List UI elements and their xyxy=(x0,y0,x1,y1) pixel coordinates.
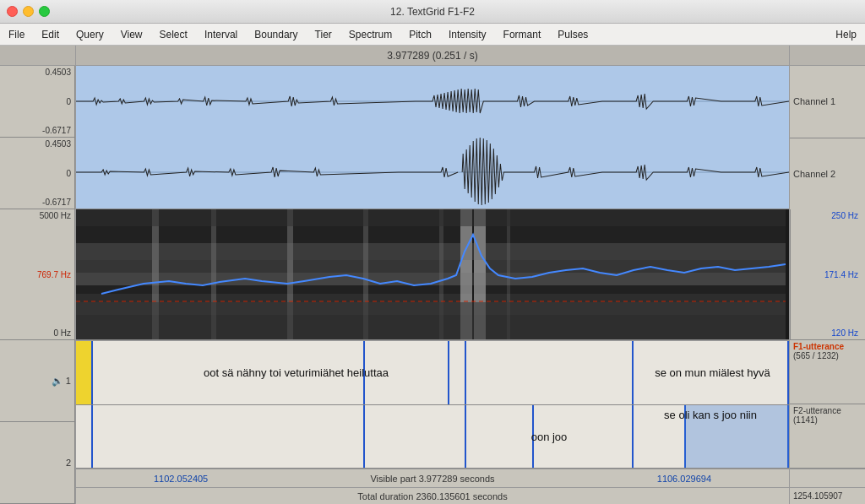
tier1-boundary-start[interactable] xyxy=(91,341,93,404)
corner-bottom-right: 1254.105907 xyxy=(790,487,865,504)
tier1-name-label: F1-utterance xyxy=(793,342,844,351)
tier1-boundary-end[interactable] xyxy=(787,341,789,404)
left-spectrogram-axis: 5000 Hz 769.7 Hz 0 Hz xyxy=(0,209,75,340)
ch2-bot-label: -0.6717 xyxy=(42,198,71,207)
total-duration-text: Total duration 2360.135601 seconds xyxy=(357,491,507,501)
right-tiers-labels: F1-utterance (565 / 1232) F2-utterance (… xyxy=(790,340,865,469)
pitch-top-label: 250 Hz xyxy=(794,211,862,220)
channel2-waveform[interactable] xyxy=(76,137,789,209)
menu-formant[interactable]: Formant xyxy=(495,24,550,45)
ch2-axis: 0.4503 0 -0.6717 xyxy=(0,138,74,209)
tier2-boundary-4[interactable] xyxy=(632,405,634,469)
menu-select[interactable]: Select xyxy=(151,24,196,45)
ch1-bot-label: -0.6717 xyxy=(42,126,71,135)
main-content: 0.4503 0 -0.6717 0.4503 0 -0.6717 5000 H… xyxy=(0,46,865,504)
status-right-time: 1106.029694 xyxy=(657,474,711,484)
menu-boundary[interactable]: Boundary xyxy=(246,24,306,45)
tier1-text2: se on mun miälest hyvä xyxy=(638,366,787,379)
status-left-time: 1102.052405 xyxy=(154,474,208,484)
left-tier1-section: 🔈 1 xyxy=(0,340,74,422)
window-controls xyxy=(7,6,50,17)
tier1-right-label: F1-utterance (565 / 1232) xyxy=(790,340,865,404)
menu-help[interactable]: Help xyxy=(827,24,865,45)
tier2-boundary-3[interactable] xyxy=(532,405,534,469)
tier1-boundary-mid1[interactable] xyxy=(363,341,365,404)
right-statusbar xyxy=(790,469,865,487)
tier2-boundary-start[interactable] xyxy=(91,405,93,469)
center-panel[interactable]: 3.977289 (0.251 / s) xyxy=(76,46,789,504)
tier1-boundary-mid3[interactable] xyxy=(465,341,466,404)
durationbar: Total duration 2360.135601 seconds xyxy=(76,487,789,504)
tier1-text1: oot sä nähny toi veturimiähet heiluttaa xyxy=(95,366,498,379)
menu-spectrum[interactable]: Spectrum xyxy=(340,24,400,45)
pitch-mid-label: 171.4 Hz xyxy=(794,270,862,279)
window-title: 12. TextGrid F1-F2 xyxy=(390,6,475,18)
tier1-num-label: 🔈 1 xyxy=(52,376,71,387)
tier2-text1: oon joo xyxy=(466,430,632,442)
minimize-button[interactable] xyxy=(23,6,34,17)
ch2-right-label: Channel 2 xyxy=(790,138,865,210)
right-waveform-labels: Channel 1 Channel 2 xyxy=(790,66,865,209)
titlebar: 12. TextGrid F1-F2 xyxy=(0,0,865,24)
spec-zero-hz-label: 0 Hz xyxy=(53,328,71,338)
tier2-right-label: F2-utterance (1141) xyxy=(790,404,865,469)
tier2-boundary-2[interactable] xyxy=(465,405,466,469)
tier1-info-label: (565 / 1232) xyxy=(793,351,839,360)
tier2-row[interactable]: oon joo se oli kan s joo niin xyxy=(76,405,789,469)
tier2-boundary-1[interactable] xyxy=(363,405,365,469)
tier2-name-label: F2-utterance xyxy=(793,406,841,415)
close-button[interactable] xyxy=(7,6,18,17)
channel2-label: Channel 2 xyxy=(793,169,835,179)
status-center: Visible part 3.977289 seconds xyxy=(370,474,494,484)
menubar: File Edit Query View Select Interval Bou… xyxy=(0,24,865,46)
ch1-right-label: Channel 1 xyxy=(790,66,865,138)
channel1-label: Channel 1 xyxy=(793,96,835,106)
ch2-zero-label: 0 xyxy=(66,169,71,178)
ch1-top-label: 0.4503 xyxy=(45,68,71,77)
tier2-info-label: (1141) xyxy=(793,415,818,425)
tier1-boundary-mid2[interactable] xyxy=(448,341,449,404)
menu-view[interactable]: View xyxy=(112,24,151,45)
menu-edit[interactable]: Edit xyxy=(33,24,68,45)
left-waveform-axis: 0.4503 0 -0.6717 0.4503 0 -0.6717 xyxy=(0,66,75,209)
menu-intensity[interactable]: Intensity xyxy=(440,24,495,45)
ch1-axis: 0.4503 0 -0.6717 xyxy=(0,66,74,138)
pitch-bot-label: 120 Hz xyxy=(794,328,862,338)
svg-rect-19 xyxy=(76,243,786,260)
tier2-selection xyxy=(684,405,789,469)
tier-area[interactable]: oot sä nähny toi veturimiähet heiluttaa … xyxy=(76,340,789,469)
tier1-boundary-mid4[interactable] xyxy=(632,341,634,404)
bottom-right-time: 1254.105907 xyxy=(793,491,842,501)
channel1-waveform[interactable] xyxy=(76,66,789,138)
menu-file[interactable]: File xyxy=(0,24,33,45)
time-header: 3.977289 (0.251 / s) xyxy=(76,46,789,66)
tier1-row[interactable]: oot sä nähny toi veturimiähet heiluttaa … xyxy=(76,341,789,405)
menu-pitch[interactable]: Pitch xyxy=(400,24,440,45)
menu-interval[interactable]: Interval xyxy=(196,24,246,45)
maximize-button[interactable] xyxy=(39,6,50,17)
spec-red-hz-label: 769.7 Hz xyxy=(37,270,71,279)
left-axis: 0.4503 0 -0.6717 0.4503 0 -0.6717 5000 H… xyxy=(0,46,76,504)
left-tiers-axis: 🔈 1 2 xyxy=(0,340,75,504)
right-spectrogram-labels: 250 Hz 171.4 Hz 120 Hz xyxy=(790,209,865,340)
tier1-yellow-marker xyxy=(76,341,91,404)
tier2-num-label: 2 xyxy=(66,458,71,468)
menu-pulses[interactable]: Pulses xyxy=(549,24,596,45)
menu-tier[interactable]: Tier xyxy=(307,24,340,45)
spectrogram-area[interactable] xyxy=(76,209,789,340)
right-panel: Channel 1 Channel 2 250 Hz 171.4 Hz 120 … xyxy=(789,46,865,504)
ch1-zero-label: 0 xyxy=(66,97,71,106)
time-display: 3.977289 (0.251 / s) xyxy=(387,50,477,62)
left-tier2-section: 2 xyxy=(0,422,74,504)
spec-top-hz-label: 5000 Hz xyxy=(40,211,71,220)
statusbar: 1102.052405 Visible part 3.977289 second… xyxy=(76,469,789,487)
menu-query[interactable]: Query xyxy=(68,24,112,45)
waveform-area[interactable] xyxy=(76,66,789,209)
ch2-top-label: 0.4503 xyxy=(45,139,71,149)
